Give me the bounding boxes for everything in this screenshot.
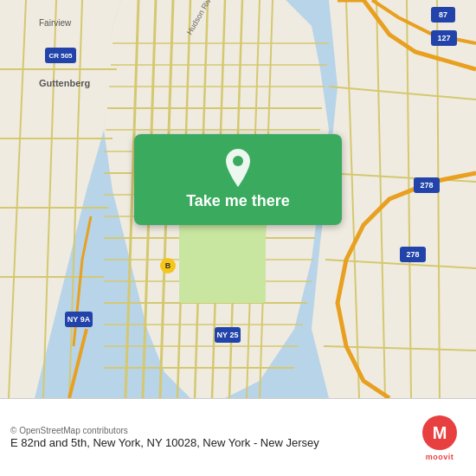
- info-bar: © OpenStreetMap contributors E 82nd and …: [0, 398, 476, 476]
- moovit-logo: M moovit: [414, 415, 466, 461]
- location-pin-icon: [222, 149, 254, 187]
- moovit-text: moovit: [426, 453, 454, 461]
- take-me-there-label: Take me there: [186, 192, 290, 210]
- svg-text:Guttenberg: Guttenberg: [39, 78, 90, 88]
- address-line: E 82nd and 5th, New York, NY 10028, New …: [10, 435, 405, 451]
- svg-text:Fairview: Fairview: [39, 18, 72, 28]
- svg-text:NY 9A: NY 9A: [68, 315, 91, 324]
- svg-text:B: B: [165, 261, 171, 270]
- info-text-block: © OpenStreetMap contributors E 82nd and …: [10, 424, 405, 451]
- svg-text:87: 87: [439, 10, 447, 19]
- svg-text:127: 127: [437, 34, 450, 42]
- take-me-there-button[interactable]: Take me there: [134, 134, 342, 225]
- svg-point-64: [233, 156, 243, 166]
- osm-credit: © OpenStreetMap contributors: [10, 426, 405, 435]
- svg-text:278: 278: [406, 250, 419, 259]
- moovit-icon: M: [421, 415, 458, 451]
- svg-text:278: 278: [420, 181, 433, 190]
- map-container: 87 127 278 278 NY 9A NY 25 CR 505 B Gutt…: [0, 0, 476, 398]
- svg-text:M: M: [433, 423, 447, 442]
- svg-text:CR 505: CR 505: [48, 52, 73, 60]
- svg-text:NY 25: NY 25: [217, 331, 239, 339]
